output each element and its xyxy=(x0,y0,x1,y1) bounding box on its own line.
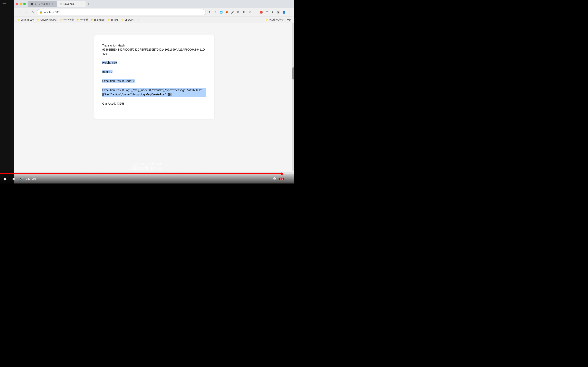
tab-terminal-title: ターミナル操作 xyxy=(34,2,50,6)
bookmark-chatgpt-label: ChatGPT xyxy=(125,18,134,21)
tx-hash-label: Transaction Hash: xyxy=(102,43,206,48)
bookmark-eth-label: eth学習 xyxy=(80,18,87,21)
url-text: localhost:3001 xyxy=(44,11,203,14)
tx-exec-log-row: Execution Result Log: [{"msg_index":0,"e… xyxy=(102,88,206,97)
progress-fill xyxy=(0,173,282,174)
play-button[interactable]: ▶ xyxy=(2,176,9,182)
bookmark-unchain[interactable]: 📁 UNCHAIN STAR xyxy=(36,18,58,22)
bookmarks-bar: 📁 Cosmos SDK 📁 UNCHAIN STAR 📁 React学習 📁 … xyxy=(14,17,294,23)
tx-index-value: Index: 0 xyxy=(102,70,112,73)
fullscreen-button[interactable]: ⛶ xyxy=(285,176,292,182)
tab-react[interactable]: ⚛ React App × xyxy=(57,1,86,7)
window-minimize-btn[interactable] xyxy=(20,3,22,5)
bookmark-cosmos-label: Cosmos SDK xyxy=(21,18,34,21)
ext-icon-4[interactable]: 🔴 xyxy=(259,9,264,15)
volume-button[interactable]: 🔊 xyxy=(18,176,24,182)
bookmark-other-icon: 📁 xyxy=(265,18,268,21)
tx-height-row: Height: 879 xyxy=(102,60,206,65)
lock-icon: 🔒 xyxy=(39,11,43,14)
ext-icon-6[interactable]: ★ xyxy=(270,9,275,15)
controls-row: ▶ ⏭ 🔊 0:46 / 0:48 ⚙ HD ⛶ xyxy=(0,176,294,184)
bookmark-go-icon: 📁 xyxy=(107,18,110,21)
tab-react-close[interactable]: × xyxy=(80,2,83,6)
back-button[interactable]: ← xyxy=(16,9,22,15)
new-tab-btn[interactable]: + xyxy=(86,1,91,7)
tab-terminal-close[interactable]: × xyxy=(51,2,54,6)
scroll-thumb[interactable] xyxy=(292,67,294,80)
bookmark-unchain-icon: 📁 xyxy=(37,18,40,21)
scroll-hint-text: スクロールして詳細を表示 xyxy=(132,162,162,166)
bookmark-eth[interactable]: 📁 eth学習 xyxy=(75,18,89,22)
address-bar[interactable]: 🔒 localhost:3001 xyxy=(37,9,206,15)
share-btn[interactable]: ⬆ xyxy=(207,9,212,15)
bookmark-zk[interactable]: 📁 zk & rollup xyxy=(89,18,106,22)
sidebar-btn[interactable]: ▣ xyxy=(276,9,281,15)
bookmark-react-label: React学習 xyxy=(63,18,74,21)
bookmark-other[interactable]: 📁 その他のブックマーク xyxy=(264,18,292,22)
forward-button[interactable]: → xyxy=(23,9,29,15)
bookmark-react[interactable]: 📁 React学習 xyxy=(59,18,75,22)
bookmarks-more-btn[interactable]: » xyxy=(136,18,140,21)
hd-badge: HD xyxy=(279,178,284,180)
ext-icon-3[interactable]: ○ xyxy=(253,9,258,15)
version-badge: 1.00 xyxy=(2,2,6,5)
browser-icon-1[interactable]: 🌐 xyxy=(218,9,224,15)
bookmark-other-label: その他のブックマーク xyxy=(269,18,291,21)
left-panel: 1.00 xyxy=(0,0,14,184)
window-close-btn[interactable] xyxy=(16,3,18,5)
ext-icon-5[interactable]: ⬡ xyxy=(264,9,269,15)
ext-icon-2[interactable]: ✳ xyxy=(247,9,252,15)
menu-btn[interactable]: ⋮ xyxy=(287,9,292,15)
progress-bar[interactable] xyxy=(0,173,294,174)
tx-hash-value: 95863EBD4142F8D06F042CFBFF9256E764014169… xyxy=(102,48,206,56)
bookmark-unchain-label: UNCHAIN STAR xyxy=(40,18,57,21)
mic-btn[interactable]: 🎤 xyxy=(230,9,235,15)
bookmark-cosmos-icon: 📁 xyxy=(17,18,20,21)
next-button[interactable]: ⏭ xyxy=(10,176,16,182)
bookmark-zk-label: zk & rollup xyxy=(94,18,104,21)
bookmark-cosmos[interactable]: 📁 Cosmos SDK xyxy=(16,18,35,22)
tx-hash-row: Transaction Hash: 95863EBD4142F8D06F042C… xyxy=(102,43,206,56)
transaction-card: Transaction Hash: 95863EBD4142F8D06F042C… xyxy=(94,35,214,119)
scroll-arrow-icon: ▼ xyxy=(146,166,148,170)
page-content: Transaction Hash: 95863EBD4142F8D06F042C… xyxy=(14,23,294,184)
bookmark-zk-icon: 📁 xyxy=(91,18,94,21)
title-bar: ⬛ ターミナル操作 × ⚛ React App × + xyxy=(14,0,294,8)
reload-button[interactable]: ↻ xyxy=(30,9,35,15)
total-time: 0:48 xyxy=(32,178,36,180)
profile-btn[interactable]: 👤 xyxy=(281,9,287,15)
browser-window: ⬛ ターミナル操作 × ⚛ React App × + ← → ↻ 🔒 loca… xyxy=(14,0,294,184)
bookmark-chatgpt-icon: 📁 xyxy=(121,18,124,21)
bookmark-go-label: go lang xyxy=(111,18,118,21)
window-maximize-btn[interactable] xyxy=(23,3,26,5)
tab-terminal[interactable]: ⬛ ターミナル操作 × xyxy=(28,1,57,7)
scroll-indicator[interactable] xyxy=(292,23,294,171)
bookmark-btn[interactable]: ☆ xyxy=(213,9,218,15)
tx-height-value: Height: 879 xyxy=(102,61,117,64)
progress-dot xyxy=(281,173,283,175)
bookmark-react-icon: 📁 xyxy=(60,18,63,21)
nav-bar: ← → ↻ 🔒 localhost:3001 ⬆ ☆ 🌐 🦊 🎤 ⊞ K ✳ ○… xyxy=(14,8,294,17)
bookmarks-right: 📁 その他のブックマーク xyxy=(264,18,292,22)
nav-icons: ⬆ ☆ 🌐 🦊 🎤 ⊞ K ✳ ○ 🔴 ⬡ ★ ▣ 👤 ⋮ xyxy=(207,9,292,15)
tx-exec-log-value: Execution Result Log: [{"msg_index":0,"e… xyxy=(102,88,206,97)
tx-gas-value: Gas Used: 43558 xyxy=(102,102,125,105)
bookmark-eth-icon: 📁 xyxy=(77,18,79,21)
current-time: 0:46 xyxy=(26,178,30,180)
scroll-hint: スクロールして詳細を表示 ▼ xyxy=(0,162,294,171)
window-controls xyxy=(16,3,26,5)
tx-index-row: Index: 0 xyxy=(102,70,206,74)
tab-react-favicon: ⚛ xyxy=(60,2,62,5)
tx-gas-row: Gas Used: 43558 xyxy=(102,101,206,106)
apps-btn[interactable]: ⊞ xyxy=(236,9,241,15)
time-display: 0:46 / 0:48 xyxy=(26,178,36,180)
settings-button[interactable]: ⚙ xyxy=(272,176,278,182)
tab-terminal-favicon: ⬛ xyxy=(30,2,33,5)
tx-exec-code-value: Execution Result Code: 0 xyxy=(102,79,135,83)
bookmark-chatgpt[interactable]: 📁 ChatGPT xyxy=(120,18,135,22)
ext-icon-1[interactable]: K xyxy=(241,9,247,15)
bookmark-go[interactable]: 📁 go lang xyxy=(106,18,120,22)
video-controls: スクロールして詳細を表示 ▼ ▶ ⏭ 🔊 0:46 / 0:48 ⚙ HD ⛶ xyxy=(0,171,294,184)
tab-react-title: React App xyxy=(63,3,79,5)
browser-icon-2[interactable]: 🦊 xyxy=(224,9,229,15)
